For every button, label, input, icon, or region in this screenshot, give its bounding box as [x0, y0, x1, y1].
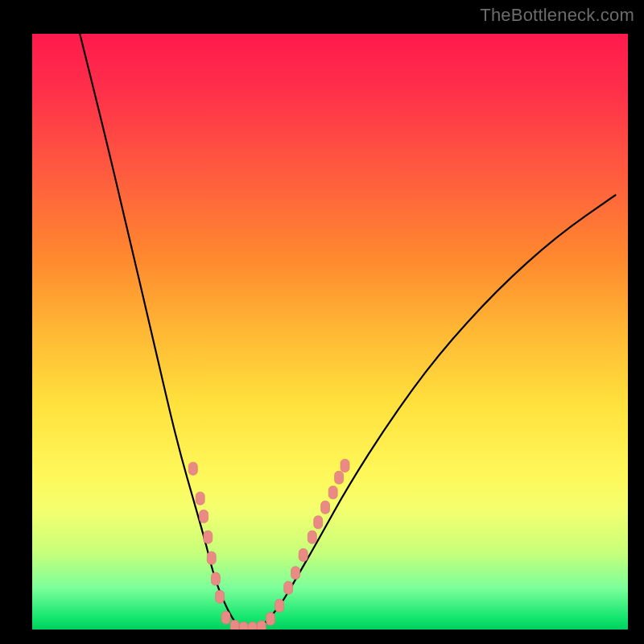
chart-background-gradient: [32, 34, 628, 630]
chart-frame: [32, 34, 628, 630]
watermark-text: TheBottleneck.com: [480, 5, 634, 26]
